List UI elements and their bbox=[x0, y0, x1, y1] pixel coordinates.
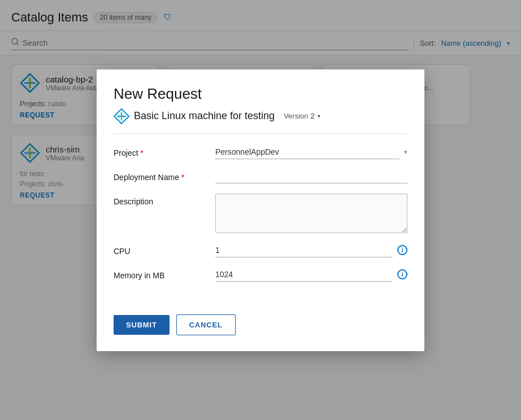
cpu-label: CPU bbox=[114, 243, 215, 256]
version-caret-icon: ▾ bbox=[318, 113, 320, 119]
project-select-caret-icon: ▾ bbox=[404, 148, 407, 156]
cpu-info-icon[interactable]: i bbox=[397, 245, 407, 255]
memory-row: Memory in MB i bbox=[114, 268, 407, 282]
memory-label: Memory in MB bbox=[114, 268, 215, 280]
description-textarea[interactable] bbox=[215, 194, 407, 233]
description-row: Description bbox=[114, 194, 407, 233]
deployment-name-row: Deployment Name * bbox=[114, 169, 407, 183]
required-star: * bbox=[181, 173, 184, 182]
cpu-row: CPU i bbox=[114, 243, 407, 257]
modal-footer: SUBMIT CANCEL bbox=[97, 303, 424, 351]
modal-overlay: New Request Basic Linux machine for test… bbox=[0, 0, 521, 420]
modal-item-icon bbox=[114, 108, 129, 124]
cpu-input[interactable] bbox=[215, 243, 393, 257]
submit-button[interactable]: SUBMIT bbox=[114, 315, 170, 335]
modal-item-name: Basic Linux machine for testing bbox=[134, 110, 275, 122]
description-label: Description bbox=[114, 194, 215, 206]
modal-subtitle: Basic Linux machine for testing Version … bbox=[114, 108, 407, 124]
memory-control: i bbox=[215, 268, 407, 282]
memory-info-icon[interactable]: i bbox=[397, 269, 407, 279]
cancel-button[interactable]: CANCEL bbox=[176, 314, 236, 335]
version-label: Version bbox=[284, 112, 308, 120]
required-star: * bbox=[140, 148, 143, 158]
version-select[interactable]: 2 1 bbox=[311, 112, 315, 120]
memory-input[interactable] bbox=[215, 268, 393, 282]
project-select[interactable]: PersonnelAppDev bbox=[215, 145, 400, 159]
modal-body: Project * PersonnelAppDev ▾ Deployment N… bbox=[97, 134, 424, 303]
cpu-control: i bbox=[215, 243, 407, 257]
memory-input-row bbox=[215, 268, 393, 282]
version-container: Version 2 1 ▾ bbox=[284, 112, 320, 120]
deployment-name-control bbox=[215, 169, 407, 183]
deployment-name-input[interactable] bbox=[215, 169, 407, 183]
project-row: Project * PersonnelAppDev ▾ bbox=[114, 145, 407, 159]
cpu-input-row bbox=[215, 243, 393, 257]
new-request-modal: New Request Basic Linux machine for test… bbox=[97, 69, 424, 351]
modal-header: New Request Basic Linux machine for test… bbox=[97, 69, 424, 133]
project-control: PersonnelAppDev ▾ bbox=[215, 145, 407, 159]
deployment-name-label: Deployment Name * bbox=[114, 169, 215, 182]
modal-title: New Request bbox=[114, 85, 407, 103]
project-label: Project * bbox=[114, 145, 215, 158]
description-control bbox=[215, 194, 407, 233]
